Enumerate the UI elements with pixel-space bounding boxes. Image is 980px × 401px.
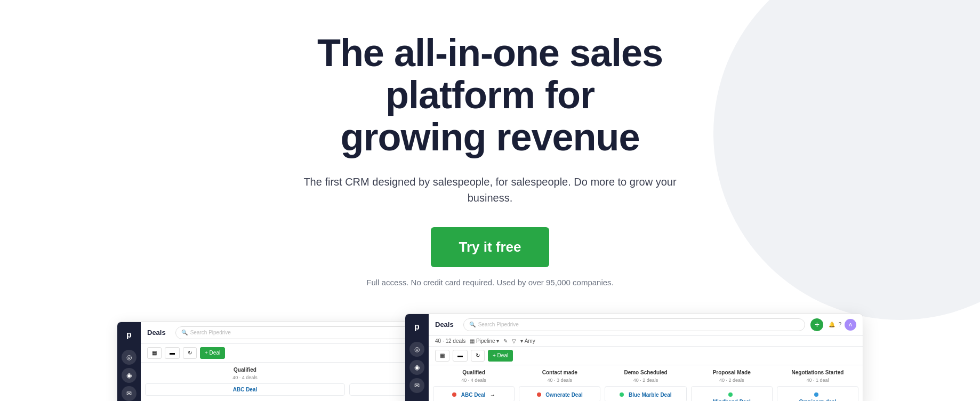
- crm-card-abc-back: ABC Deal: [145, 383, 345, 396]
- headline-line2: growing revenue: [340, 116, 639, 158]
- crm-search-front[interactable]: 🔍 Search Pipedrive: [463, 318, 806, 331]
- toolbar-btn-refresh: ↻: [183, 347, 197, 359]
- col-header-proposal: Proposal Made: [691, 370, 773, 375]
- fine-print-text: Full access. No credit card required. Us…: [366, 278, 614, 287]
- pipeline-col-qualified: Qualified 40 · 4 deals ABC Deal →: [433, 370, 515, 401]
- sidebar-icon-3: ✉: [122, 386, 136, 401]
- sidebar-icon-2: ◉: [122, 368, 136, 383]
- col-header-demo: Demo Scheduled: [605, 370, 686, 375]
- try-it-free-button[interactable]: Try it free: [431, 227, 549, 267]
- card-ownerate-deal[interactable]: Ownerate Deal: [519, 386, 600, 401]
- crm-toolbar-front: ▦ ▬ ↻ + Deal: [429, 347, 863, 365]
- sidebar-icon-front-3: ✉: [409, 378, 424, 393]
- sidebar-icon-front-2: ◉: [409, 360, 424, 375]
- col-sub-contact: 40 · 3 deals: [519, 378, 600, 383]
- toolbar-btn-deal-front[interactable]: + Deal: [488, 350, 513, 362]
- toolbar-btn-list: ▬: [165, 347, 180, 359]
- card-omnicorp-deal[interactable]: Omnicorp deal Omnicorp: [777, 386, 858, 401]
- pipeline-right-info: 🔔 ? A: [829, 319, 856, 331]
- main-headline: The all-in-one sales platform for growin…: [250, 32, 730, 159]
- user-avatar: A: [845, 319, 856, 331]
- card-mindbend-deal[interactable]: Mindbend Deal Blue Marble LLP: [691, 386, 773, 401]
- sidebar-logo-back: p: [122, 327, 136, 342]
- toolbar-btn-list-front[interactable]: ▬: [453, 350, 468, 362]
- sidebar-icon-1: ◎: [122, 350, 136, 365]
- crm-topbar-front: Deals 🔍 Search Pipedrive + 🔔 ? A: [429, 314, 863, 336]
- hero-content: The all-in-one sales platform for growin…: [0, 0, 980, 401]
- toolbar-btn-deal: + Deal: [200, 347, 225, 359]
- col-sub-negotiations: 40 · 1 deal: [777, 378, 858, 383]
- crm-add-deal-btn[interactable]: +: [810, 318, 823, 331]
- crm-pipeline-front: Qualified 40 · 4 deals ABC Deal → Contac…: [429, 365, 863, 401]
- app-window-front: p ◎ ◉ ✉ Deals 🔍 Search Pipedrive +: [405, 314, 863, 401]
- pipeline-col-proposal: Proposal Made 40 · 2 deals Mindbend Deal…: [691, 370, 773, 401]
- subheadline: The first CRM designed by salespeople, f…: [303, 174, 677, 206]
- sidebar-logo-front: p: [409, 319, 424, 334]
- crm-title-back: Deals: [147, 328, 166, 336]
- headline-line1: The all-in-one sales platform for: [317, 31, 663, 116]
- pipeline-col-demo: Demo Scheduled 40 · 2 deals Blue Marble …: [605, 370, 686, 401]
- hero-section: The all-in-one sales platform for growin…: [0, 0, 980, 401]
- col-header-qualified: Qualified: [433, 370, 515, 375]
- filter-icon: ▽: [512, 338, 516, 344]
- crm-title-front: Deals: [435, 320, 454, 328]
- toolbar-btn-grid-front[interactable]: ▦: [435, 350, 449, 362]
- user-filter-label: ▾ Amy: [520, 338, 535, 344]
- deals-count-label: 40 · 12 deals: [435, 338, 465, 344]
- edit-icon: ✎: [503, 338, 508, 344]
- crm-sidebar-back: p ◎ ◉ ✉: [117, 322, 141, 401]
- toolbar-btn-grid: ▦: [147, 347, 162, 359]
- pipeline-filter-label: ▦ Pipeline ▾: [470, 338, 499, 344]
- crm-sidebar-front: p ◎ ◉ ✉: [405, 314, 429, 401]
- sidebar-icon-front-1: ◎: [409, 342, 424, 357]
- pipeline-col-negotiations: Negotiations Started 40 · 1 deal Omnicor…: [777, 370, 858, 401]
- col-header-qualified-back: Qualified: [145, 367, 345, 373]
- col-sub-qualified-back: 40 · 4 deals: [145, 375, 345, 380]
- card-abc-deal[interactable]: ABC Deal →: [433, 386, 515, 401]
- col-sub-proposal: 40 · 2 deals: [691, 378, 773, 383]
- card-bluemarble-deal[interactable]: Blue Marble Deal: [605, 386, 686, 401]
- app-preview: p ◎ ◉ ✉ Deals 🔍 Search Pipedrive: [0, 314, 980, 401]
- col-header-negotiations: Negotiations Started: [777, 370, 858, 375]
- col-sub-qualified: 40 · 4 deals: [433, 378, 515, 383]
- col-header-contact: Contact made: [519, 370, 600, 375]
- toolbar-btn-refresh-front[interactable]: ↻: [471, 350, 485, 362]
- col-sub-demo: 40 · 2 deals: [605, 378, 686, 383]
- pipeline-col-contact: Contact made 40 · 3 deals Ownerate Deal: [519, 370, 600, 401]
